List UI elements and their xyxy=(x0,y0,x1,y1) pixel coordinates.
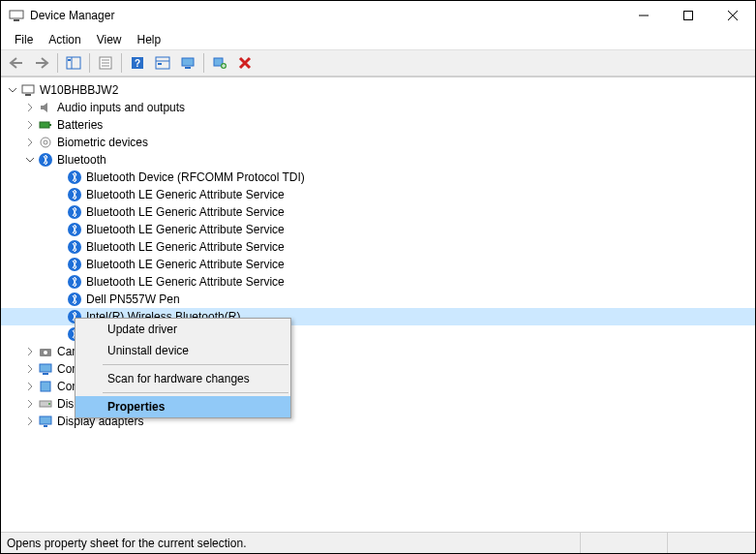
menu-view[interactable]: View xyxy=(89,31,130,48)
battery-icon xyxy=(38,117,53,133)
audio-icon xyxy=(38,100,53,115)
tree-device-item[interactable]: Bluetooth LE Generic Attribute Service xyxy=(1,273,755,291)
close-button[interactable] xyxy=(711,1,755,30)
device-tree[interactable]: W10BHBBJW2 Audio inputs and outputs Batt… xyxy=(1,77,755,532)
show-hide-console-tree-button[interactable] xyxy=(62,51,85,75)
chevron-right-icon[interactable] xyxy=(24,137,36,148)
computer-icon xyxy=(38,361,53,377)
properties-button[interactable] xyxy=(94,51,117,75)
back-button[interactable] xyxy=(5,51,28,75)
ctx-uninstall-device[interactable]: Uninstall device xyxy=(76,340,290,361)
bluetooth-icon xyxy=(38,152,53,168)
bluetooth-icon xyxy=(67,292,82,307)
devices-by-connection-button[interactable] xyxy=(176,51,199,75)
biometric-icon xyxy=(38,135,53,150)
tree-device-item[interactable]: Bluetooth Device (RFCOMM Protocol TDI) xyxy=(1,169,755,186)
chevron-down-icon[interactable] xyxy=(24,154,36,166)
spacer xyxy=(53,224,65,235)
spacer xyxy=(53,241,65,253)
chevron-right-icon[interactable] xyxy=(24,416,36,427)
chevron-right-icon[interactable] xyxy=(24,398,36,410)
controlvault-icon xyxy=(38,379,53,394)
chevron-right-icon[interactable] xyxy=(24,381,36,392)
bluetooth-icon xyxy=(67,239,82,255)
menu-action[interactable]: Action xyxy=(41,31,88,48)
svg-rect-6 xyxy=(67,57,80,69)
status-cell-3 xyxy=(668,533,755,553)
spacer xyxy=(53,206,65,218)
svg-rect-22 xyxy=(22,85,34,93)
tree-device-item[interactable]: Bluetooth LE Generic Attribute Service xyxy=(1,256,755,273)
svg-rect-17 xyxy=(158,63,162,65)
ctx-scan-hardware[interactable]: Scan for hardware changes xyxy=(76,368,290,389)
svg-point-26 xyxy=(41,138,50,147)
toolbar-separator xyxy=(57,53,58,73)
tree-category-batteries[interactable]: Batteries xyxy=(1,116,755,134)
toolbar: ? xyxy=(1,49,755,77)
svg-rect-46 xyxy=(40,416,51,424)
tree-label: Bluetooth LE Generic Attribute Service xyxy=(86,223,285,236)
tree-device-item[interactable]: Bluetooth LE Generic Attribute Service xyxy=(1,221,755,238)
scan-hardware-button[interactable] xyxy=(208,51,231,75)
uninstall-button[interactable] xyxy=(233,51,257,75)
tree-category-biometric[interactable]: Biometric devices xyxy=(1,134,755,151)
ctx-update-driver[interactable]: Update driver xyxy=(76,319,290,340)
tree-label: Bluetooth LE Generic Attribute Service xyxy=(86,205,285,219)
show-hidden-devices-button[interactable] xyxy=(151,51,174,75)
ctx-separator xyxy=(103,392,288,393)
tree-device-item[interactable]: Bluetooth LE Generic Attribute Service xyxy=(1,186,755,203)
menubar: File Action View Help xyxy=(1,30,755,49)
device-manager-window: Device Manager File Action View Help ? xyxy=(0,0,756,554)
maximize-button[interactable] xyxy=(666,1,711,30)
spacer xyxy=(53,276,65,288)
chevron-right-icon[interactable] xyxy=(24,363,36,375)
chevron-down-icon[interactable] xyxy=(7,84,18,96)
svg-rect-8 xyxy=(68,59,71,61)
ctx-properties[interactable]: Properties xyxy=(76,396,290,417)
tree-root[interactable]: W10BHBBJW2 xyxy=(1,81,755,99)
minimize-button[interactable] xyxy=(621,1,666,30)
svg-rect-41 xyxy=(40,364,51,372)
spacer xyxy=(53,293,65,305)
svg-point-40 xyxy=(44,351,47,354)
tree-category-audio[interactable]: Audio inputs and outputs xyxy=(1,99,755,116)
help-button[interactable]: ? xyxy=(126,51,149,75)
tree-root-label: W10BHBBJW2 xyxy=(40,83,118,97)
tree-device-item[interactable]: Dell PN557W Pen xyxy=(1,291,755,308)
titlebar-controls xyxy=(621,1,755,30)
svg-rect-24 xyxy=(40,122,49,128)
tree-device-item[interactable]: Bluetooth LE Generic Attribute Service xyxy=(1,203,755,221)
tree-label: Bluetooth LE Generic Attribute Service xyxy=(86,240,285,254)
app-icon xyxy=(9,8,24,23)
tree-label: Audio inputs and outputs xyxy=(57,101,185,114)
tree-label: Batteries xyxy=(57,118,103,132)
spacer xyxy=(53,189,65,200)
camera-icon xyxy=(38,344,53,359)
tree-device-item[interactable]: Bluetooth LE Generic Attribute Service xyxy=(1,238,755,256)
menu-help[interactable]: Help xyxy=(130,31,169,48)
chevron-right-icon[interactable] xyxy=(24,346,36,357)
ctx-separator xyxy=(103,364,288,365)
svg-point-45 xyxy=(48,403,50,405)
forward-button[interactable] xyxy=(30,51,53,75)
svg-rect-43 xyxy=(41,382,50,391)
bluetooth-icon xyxy=(67,204,82,220)
tree-label: Bluetooth Device (RFCOMM Protocol TDI) xyxy=(86,170,305,184)
spacer xyxy=(53,311,65,323)
svg-rect-23 xyxy=(25,94,31,96)
svg-rect-1 xyxy=(14,19,19,21)
status-cell-2 xyxy=(581,533,668,553)
bluetooth-icon xyxy=(67,187,82,202)
status-text: Opens property sheet for the current sel… xyxy=(1,533,581,553)
toolbar-separator xyxy=(203,53,204,73)
toolbar-separator xyxy=(121,53,122,73)
tree-label: Bluetooth LE Generic Attribute Service xyxy=(86,258,285,271)
menu-file[interactable]: File xyxy=(7,31,41,48)
tree-label: Bluetooth LE Generic Attribute Service xyxy=(86,188,285,201)
tree-label: Bluetooth xyxy=(57,153,106,167)
chevron-right-icon[interactable] xyxy=(24,102,36,113)
svg-point-27 xyxy=(44,140,47,144)
chevron-right-icon[interactable] xyxy=(24,119,36,131)
tree-category-bluetooth[interactable]: Bluetooth xyxy=(1,151,755,169)
toolbar-separator xyxy=(89,53,90,73)
